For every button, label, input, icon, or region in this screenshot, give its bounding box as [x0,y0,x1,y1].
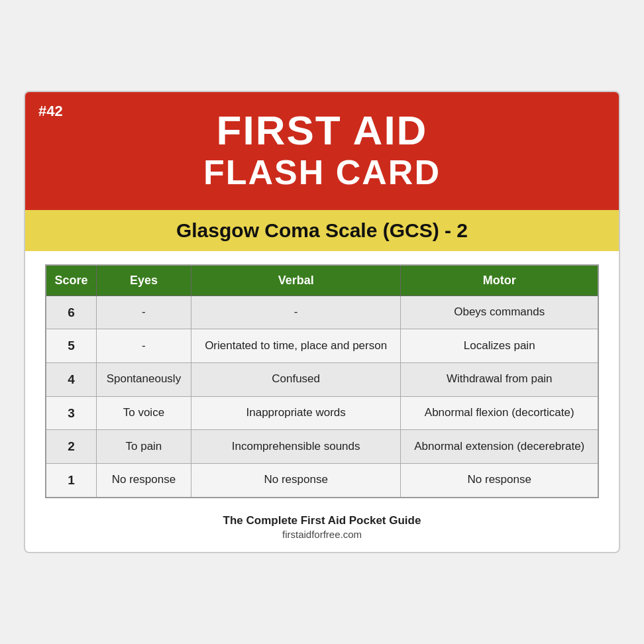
footer-section: The Complete First Aid Pocket Guide firs… [25,505,619,552]
cell-eyes: To pain [97,430,191,464]
cell-score: 4 [46,363,97,397]
cell-score: 5 [46,329,97,363]
table-row: 2To painIncomprehensible soundsAbnormal … [46,430,598,464]
subtitle-bar: Glasgow Coma Scale (GCS) - 2 [25,210,619,251]
footer-url: firstaidforfree.com [38,529,606,540]
col-motor: Motor [401,265,598,296]
header-title-line2: FLASH CARD [45,154,599,191]
card-number: #42 [38,103,63,120]
cell-verbal: Incomprehensible sounds [191,430,401,464]
table-header-row: Score Eyes Verbal Motor [46,265,598,296]
cell-eyes: To voice [97,396,191,430]
col-eyes: Eyes [97,265,191,296]
cell-eyes: - [97,329,191,363]
table-row: 5-Orientated to time, place and personLo… [46,329,598,363]
table-container: Score Eyes Verbal Motor 6--Obeys command… [25,251,619,505]
cell-verbal: Inappropriate words [191,396,401,430]
subtitle-text: Glasgow Coma Scale (GCS) - 2 [176,219,468,241]
header-section: #42 FIRST AID FLASH CARD [25,92,619,209]
table-row: 3To voiceInappropriate wordsAbnormal fle… [46,396,598,430]
cell-verbal: No response [191,463,401,497]
header-title-line1: FIRST AID [45,108,599,153]
col-verbal: Verbal [191,265,401,296]
cell-eyes: No response [97,463,191,497]
cell-verbal: Orientated to time, place and person [191,329,401,363]
gcs-table: Score Eyes Verbal Motor 6--Obeys command… [45,264,599,498]
cell-motor: Abnormal extension (decerebrate) [401,430,598,464]
cell-verbal: - [191,295,401,329]
footer-title: The Complete First Aid Pocket Guide [38,514,606,527]
cell-motor: Localizes pain [401,329,598,363]
table-row: 6--Obeys commands [46,295,598,329]
cell-score: 3 [46,396,97,430]
cell-motor: Withdrawal from pain [401,363,598,397]
cell-eyes: - [97,295,191,329]
table-row: 4SpontaneouslyConfusedWithdrawal from pa… [46,363,598,397]
cell-score: 6 [46,295,97,329]
cell-verbal: Confused [191,363,401,397]
flashcard: #42 FIRST AID FLASH CARD Glasgow Coma Sc… [24,91,620,553]
col-score: Score [46,265,97,296]
cell-score: 2 [46,430,97,464]
cell-motor: No response [401,463,598,497]
cell-motor: Abnormal flexion (decorticate) [401,396,598,430]
cell-score: 1 [46,463,97,497]
cell-eyes: Spontaneously [97,363,191,397]
table-row: 1No responseNo responseNo response [46,463,598,497]
cell-motor: Obeys commands [401,295,598,329]
